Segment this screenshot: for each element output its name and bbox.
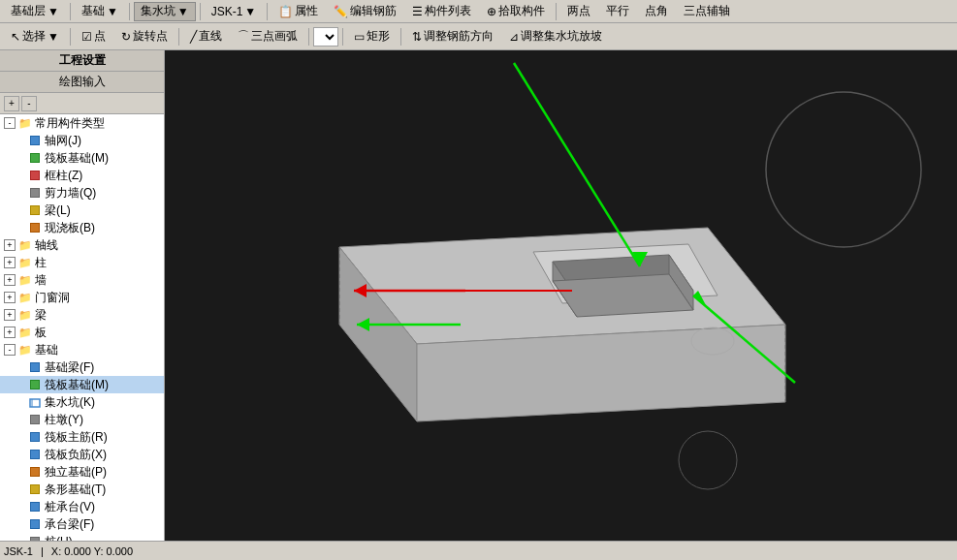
- tree-item-xianjiaob[interactable]: 现浇板(B): [0, 219, 164, 236]
- tree-item-menchuangdong[interactable]: + 📁 门窗洞: [0, 289, 164, 306]
- tree-item-ban[interactable]: + 📁 板: [0, 324, 164, 341]
- tree-item-changyong[interactable]: - 📁 常用构件类型: [0, 114, 164, 132]
- btn-line[interactable]: ╱ 直线: [183, 27, 229, 47]
- label-tiaoxing: 条形基础(T): [45, 482, 106, 498]
- btn-component-list[interactable]: ☰ 构件列表: [405, 2, 478, 21]
- sidebar-toolbar: + -: [0, 93, 164, 114]
- expand-zhu[interactable]: +: [4, 257, 16, 268]
- tree-item-jichuliang[interactable]: 基础梁(F): [0, 358, 164, 376]
- label-jichuliang: 基础梁(F): [45, 359, 94, 376]
- menu-jichu2[interactable]: 基础 ▼: [75, 2, 125, 21]
- tree-item-faban-common[interactable]: 筏板基础(M): [0, 149, 164, 167]
- sep5: [556, 3, 557, 20]
- expand-menchuangdong[interactable]: +: [4, 292, 16, 303]
- label-zhuangchengtai: 桩承台(V): [45, 499, 95, 515]
- expand-jichu[interactable]: -: [4, 344, 16, 356]
- label-zhouxian: 轴线: [35, 237, 58, 254]
- slab2-icon: [27, 220, 43, 235]
- btn-point-angle[interactable]: 点角: [638, 2, 675, 21]
- chevron-icon3: ▼: [244, 5, 256, 18]
- pile-icon: [27, 534, 43, 541]
- tree-item-jianliaqiang[interactable]: 剪力墙(Q): [0, 184, 164, 202]
- tree-item-tiaoxing[interactable]: 条形基础(T): [0, 481, 164, 498]
- tree-item-qiang[interactable]: + 📁 墙: [0, 271, 164, 289]
- label-jichu: 基础: [35, 342, 58, 358]
- btn-rotate-point[interactable]: ↻ 旋转点: [114, 27, 175, 47]
- tree-item-zhouxian[interactable]: + 📁 轴线: [0, 236, 164, 254]
- faban-icon: [27, 377, 43, 392]
- tree-item-chengtailiang[interactable]: 承台梁(F): [0, 515, 164, 533]
- tree-item-zhu[interactable]: + 📁 柱: [0, 254, 164, 271]
- label-xianjiaob: 现浇板(B): [45, 220, 95, 236]
- menu-jsk1[interactable]: JSK-1 ▼: [205, 2, 264, 21]
- tree-item-faban-zhujin[interactable]: 筏板主筋(R): [0, 428, 164, 446]
- toolbar-row1: 基础层 ▼ 基础 ▼ 集水坑 ▼ JSK-1 ▼ 📋 属性 ✏️ 编辑钢筋 ☰ …: [0, 0, 957, 23]
- sidebar-tool-btn1[interactable]: +: [4, 96, 19, 111]
- col-icon: [27, 168, 43, 183]
- label-faban-fujin: 筏板负筋(X): [45, 447, 107, 463]
- sidebar-tool-btn2[interactable]: -: [21, 96, 37, 111]
- expand-zhouxian[interactable]: +: [4, 239, 16, 251]
- tree-item-jishuikeng[interactable]: 集水坑(K): [0, 393, 164, 411]
- btn-three-point-arc[interactable]: ⌒ 三点画弧: [231, 27, 304, 47]
- rotate-icon: ↻: [121, 30, 131, 44]
- tree-item-faban-fujin[interactable]: 筏板负筋(X): [0, 446, 164, 463]
- svg-marker-16: [553, 274, 693, 317]
- folder-icon-liang: 📁: [17, 307, 33, 323]
- canvas-area[interactable]: [165, 50, 957, 541]
- tree-item-liang-common[interactable]: 梁(L): [0, 202, 164, 219]
- jichu-label: 基础层: [11, 3, 46, 19]
- pit-tree-icon: [27, 394, 43, 410]
- menu-jishuikeng[interactable]: 集水坑 ▼: [134, 2, 196, 21]
- btn-adjust-pit-slope[interactable]: ⊿ 调整集水坑放坡: [502, 27, 609, 47]
- menu-jichu[interactable]: 基础层 ▼: [4, 2, 66, 21]
- btn-select[interactable]: ↖ 选择 ▼: [4, 27, 66, 47]
- canvas-svg: [165, 50, 957, 541]
- pit-icon: ⊿: [509, 30, 519, 44]
- jichu-beam-icon: [27, 359, 43, 375]
- expand-changyong[interactable]: -: [4, 117, 16, 129]
- tree-item-zhudun[interactable]: 柱墩(Y): [0, 411, 164, 428]
- chevron-icon: ▼: [107, 5, 118, 18]
- tree-item-kuangzhu[interactable]: 框柱(Z): [0, 167, 164, 184]
- btn-edit-rebar[interactable]: ✏️ 编辑钢筋: [327, 2, 403, 21]
- btn-parallel[interactable]: 平行: [599, 2, 636, 21]
- tree-item-zhouwan[interactable]: 轴网(J): [0, 132, 164, 149]
- folder-icon-men: 📁: [17, 290, 33, 305]
- folder-icon-zhouxian: 📁: [17, 237, 33, 253]
- btn-rectangle[interactable]: ▭ 矩形: [347, 27, 397, 47]
- sep4: [267, 3, 268, 20]
- sidebar-header: 工程设置: [0, 50, 164, 72]
- tree-item-zhuangchengtai[interactable]: 桩承台(V): [0, 498, 164, 515]
- expand-qiang[interactable]: +: [4, 274, 16, 286]
- rebar-neg-icon: [27, 447, 43, 462]
- label-ban: 板: [35, 325, 47, 341]
- label-changyong: 常用构件类型: [35, 115, 105, 132]
- btn-properties[interactable]: 📋 属性: [271, 2, 325, 21]
- sep2: [129, 3, 130, 20]
- rebar-icon: ✏️: [334, 5, 348, 18]
- btn-pick-component[interactable]: ⊕ 拾取构件: [480, 2, 552, 21]
- btn-two-point[interactable]: 两点: [560, 2, 597, 21]
- tree-item-zhuang[interactable]: 桩(U): [0, 533, 164, 541]
- label-jianliaqiang: 剪力墙(Q): [45, 185, 96, 202]
- pile-cap-icon: [27, 499, 43, 514]
- label-zhu: 柱: [35, 255, 47, 271]
- tree-item-duli[interactable]: 独立基础(P): [0, 463, 164, 481]
- btn-point[interactable]: ☑ 点: [75, 27, 112, 47]
- tree-item-liang[interactable]: + 📁 梁: [0, 306, 164, 324]
- app: 基础层 ▼ 基础 ▼ 集水坑 ▼ JSK-1 ▼ 📋 属性 ✏️ 编辑钢筋 ☰ …: [0, 0, 957, 560]
- zhudun-icon: [27, 412, 43, 427]
- label-jishuikeng: 集水坑(K): [45, 394, 95, 411]
- list-icon: ☰: [412, 5, 423, 18]
- snap-select[interactable]: [313, 27, 338, 47]
- chevron-down-icon: ▼: [48, 5, 59, 18]
- btn-three-point-aux[interactable]: 三点辅轴: [677, 2, 737, 21]
- sep1: [70, 3, 71, 20]
- snap-select-box[interactable]: [313, 27, 338, 47]
- tree-item-faban[interactable]: 筏板基础(M): [0, 376, 164, 393]
- tree-item-jichu[interactable]: - 📁 基础: [0, 341, 164, 358]
- btn-adjust-rebar-dir[interactable]: ⇅ 调整钢筋方向: [405, 27, 500, 47]
- expand-ban[interactable]: +: [4, 327, 16, 338]
- expand-liang[interactable]: +: [4, 309, 16, 321]
